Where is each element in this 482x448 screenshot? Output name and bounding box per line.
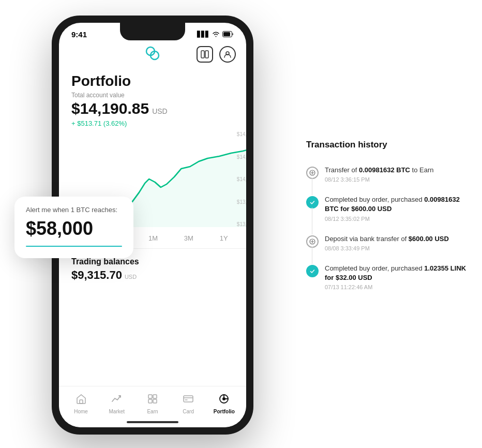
tx-icon-completed <box>306 265 319 277</box>
total-value: $14,190.85 USD <box>71 100 234 117</box>
trading-value: $9,315.70 USD <box>71 268 234 282</box>
transaction-title: Transaction history <box>306 140 466 150</box>
alert-value: $58,000 <box>26 218 122 240</box>
nav-portfolio[interactable]: Portfolio <box>211 393 237 414</box>
portfolio-icon <box>218 393 230 407</box>
tx-desc: Completed buy order, purchased 1.02355 L… <box>325 264 466 282</box>
status-time: 9:41 <box>71 30 87 39</box>
time-filter-1y[interactable]: 1Y <box>216 232 232 244</box>
status-icons: ▋▋▋ <box>197 31 234 38</box>
app-logo <box>143 44 162 65</box>
panel-toggle-button[interactable] <box>197 46 213 63</box>
total-currency: USD <box>152 107 168 115</box>
svg-rect-4 <box>201 51 204 58</box>
transaction-list: Transfer of 0.00981632 BTC to Earn 08/12… <box>306 159 466 296</box>
trading-currency: USD <box>125 274 137 280</box>
portfolio-title: Portfolio <box>71 73 234 89</box>
svg-rect-10 <box>148 399 152 403</box>
nav-market[interactable]: Market <box>104 393 130 414</box>
svg-rect-5 <box>205 51 208 58</box>
earn-icon <box>147 393 158 407</box>
transaction-item: Completed buy order, purchased 1.02355 L… <box>306 258 466 296</box>
tx-time: 08/12 3:36:15 PM <box>325 176 466 183</box>
scene: 9:41 ▋▋▋ <box>0 0 482 448</box>
tx-desc: Completed buy order, purchased 0.0098163… <box>325 195 466 214</box>
tx-desc: Transfer of 0.00981632 BTC to Earn <box>325 166 466 175</box>
alert-label: Alert me when 1 BTC reaches: <box>26 206 122 214</box>
tx-icon-deposit <box>306 235 319 248</box>
alert-underline <box>26 246 122 247</box>
wifi-icon <box>212 31 220 38</box>
svg-rect-11 <box>153 399 157 403</box>
battery-icon <box>222 31 234 38</box>
svg-rect-1 <box>223 32 230 36</box>
trading-amount: $9,315.70 <box>71 268 122 282</box>
chart-label-4: $13,900 <box>237 199 246 205</box>
tx-body: Completed buy order, purchased 1.02355 L… <box>325 264 466 290</box>
chart-label-5: $13,800 <box>237 221 246 227</box>
transaction-item: Transfer of 0.00981632 BTC to Earn 08/12… <box>306 159 466 189</box>
tx-desc: Deposit via bank transfer of $600.00 USD <box>325 234 466 244</box>
time-filter-1m[interactable]: 1M <box>144 232 162 244</box>
chart-label-2: $14,100 <box>237 154 246 160</box>
svg-rect-7 <box>80 400 83 404</box>
tx-time: 07/13 11:22:46 AM <box>325 284 466 290</box>
tx-body: Deposit via bank transfer of $600.00 USD… <box>325 234 466 251</box>
trading-title: Trading balances <box>71 257 234 266</box>
home-indicator <box>127 421 178 423</box>
nav-market-label: Market <box>109 409 125 414</box>
transaction-item: Deposit via bank transfer of $600.00 USD… <box>306 228 466 258</box>
tx-body: Completed buy order, purchased 0.0098163… <box>325 195 466 221</box>
svg-rect-9 <box>153 395 157 398</box>
profile-button[interactable] <box>219 46 236 63</box>
nav-earn[interactable]: Earn <box>140 393 165 414</box>
nav-card[interactable]: Card <box>175 393 201 414</box>
total-change: + $513.71 (3.62%) <box>71 120 234 127</box>
alert-card: Alert me when 1 BTC reaches: $58,000 <box>14 197 133 258</box>
time-filter-3m[interactable]: 3M <box>180 232 198 244</box>
tx-icon-completed <box>306 196 319 208</box>
signal-icon: ▋▋▋ <box>197 31 209 38</box>
nav-portfolio-label: Portfolio <box>214 409 235 414</box>
app-header <box>59 41 246 68</box>
svg-rect-12 <box>184 396 193 402</box>
nav-card-label: Card <box>183 409 194 414</box>
total-amount: $14,190.85 <box>71 100 149 117</box>
tx-icon-transfer <box>306 167 319 179</box>
chart-labels: $14,200 $14,100 $14,000 $13,900 $13,800 <box>237 131 246 227</box>
card-icon <box>183 393 194 407</box>
nav-earn-label: Earn <box>147 409 158 414</box>
tx-time: 08/12 3:35:02 PM <box>325 216 466 222</box>
portfolio-content: Portfolio Total account value $14,190.85… <box>59 68 246 127</box>
transaction-item: Completed buy order, purchased 0.0098163… <box>306 189 466 228</box>
nav-home[interactable]: Home <box>68 393 94 414</box>
chart-label-1: $14,200 <box>237 131 246 137</box>
tx-body: Transfer of 0.00981632 BTC to Earn 08/12… <box>325 166 466 183</box>
tx-time: 08/08 3:33:49 PM <box>325 245 466 251</box>
total-label: Total account value <box>71 92 234 99</box>
market-icon <box>111 393 123 407</box>
chart-label-3: $14,000 <box>237 176 246 182</box>
notch <box>120 23 185 40</box>
header-icons <box>197 46 236 63</box>
home-icon <box>76 393 87 407</box>
svg-rect-8 <box>148 395 152 398</box>
transaction-panel: Transaction history Transfer of 0.009816… <box>306 140 466 296</box>
nav-home-label: Home <box>74 409 88 414</box>
